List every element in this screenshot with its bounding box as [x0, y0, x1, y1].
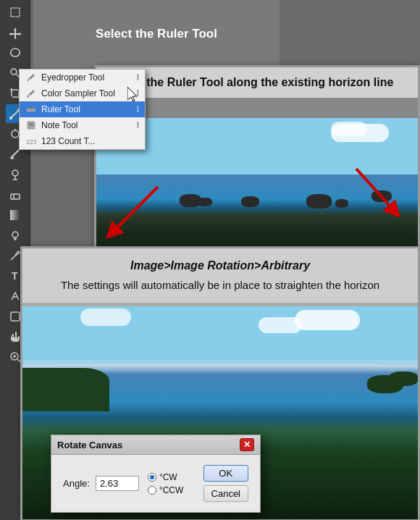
- horizon-instruction-text: Run the Ruler Tool along the existing ho…: [121, 76, 394, 88]
- rotate-canvas-dialog: Rotate Canvas ✕ Angle: °CW °CCW OK Cance…: [51, 435, 261, 513]
- svg-point-20: [12, 232, 18, 238]
- svg-marker-1: [9, 28, 22, 39]
- rock: [306, 194, 332, 209]
- rock: [198, 198, 212, 206]
- lasso-tool[interactable]: [6, 43, 25, 62]
- note-tool-option[interactable]: Note Tool I: [20, 117, 145, 133]
- ruler-tool-option[interactable]: Ruler Tool I: [20, 101, 145, 117]
- svg-text:T: T: [12, 270, 18, 282]
- ccw-radio-button[interactable]: [148, 486, 156, 495]
- tool-context-menu[interactable]: Eyedropper Tool I Color Sampler Tool I R…: [19, 69, 146, 150]
- cloud: [295, 310, 360, 330]
- cancel-button[interactable]: Cancel: [203, 485, 248, 502]
- svg-line-27: [17, 359, 20, 362]
- svg-point-2: [11, 69, 17, 75]
- note-tool-label: Note Tool: [41, 120, 133, 130]
- arrow-left: [107, 180, 172, 248]
- eyedropper-tool-option[interactable]: Eyedropper Tool I: [20, 70, 145, 85]
- eyedropper-shortcut: I: [137, 72, 139, 83]
- ruler-tool-label: Ruler Tool: [41, 104, 133, 114]
- ok-button[interactable]: OK: [203, 465, 248, 482]
- dialog-angle-row: Angle: °CW °CCW OK Cancel: [63, 465, 248, 502]
- move-tool[interactable]: [6, 23, 25, 42]
- svg-rect-19: [10, 210, 20, 220]
- rotation-instruction-line1: Image>Image Rotation>Arbitrary: [37, 257, 403, 274]
- eraser-tool[interactable]: [6, 185, 25, 204]
- rectangular-marquee-tool[interactable]: [6, 3, 25, 22]
- svg-marker-43: [127, 87, 137, 101]
- ccw-radio-item[interactable]: °CCW: [148, 485, 183, 495]
- svg-rect-17: [11, 194, 20, 199]
- count-tool-label: 123 Count T...: [41, 136, 135, 146]
- svg-text:123: 123: [26, 138, 36, 146]
- rotation-instruction-line2: The settings will automatically be in pl…: [37, 277, 403, 294]
- svg-line-30: [28, 78, 29, 81]
- svg-rect-25: [11, 312, 20, 321]
- clone-stamp-tool[interactable]: [6, 165, 25, 184]
- cloud: [259, 317, 302, 333]
- note-icon: [25, 119, 37, 131]
- dialog-buttons: OK Cancel: [203, 465, 248, 502]
- dialog-body: Angle: °CW °CCW OK Cancel: [51, 455, 260, 512]
- svg-point-13: [11, 156, 14, 159]
- eyedropper-icon: [25, 72, 37, 83]
- svg-point-10: [9, 117, 12, 119]
- dialog-title-bar: Rotate Canvas ✕: [51, 435, 260, 455]
- dialog-title: Rotate Canvas: [57, 440, 122, 450]
- count-tool-option[interactable]: 123 123 Count T...: [20, 133, 145, 149]
- svg-rect-0: [11, 8, 20, 17]
- step1-instruction-box: Select the Ruler Tool: [33, 0, 280, 69]
- step1-instruction-text: Select the Ruler Tool: [96, 26, 217, 42]
- angle-label: Angle:: [63, 478, 90, 489]
- color-sampler-icon: [25, 88, 37, 99]
- cloud: [331, 122, 367, 136]
- color-sampler-option[interactable]: Color Sampler Tool I: [20, 85, 145, 101]
- cw-label: °CW: [159, 472, 177, 482]
- ruler-icon: [25, 104, 37, 115]
- cw-radio-button[interactable]: [148, 473, 156, 482]
- water-line: [22, 361, 418, 361]
- gradient-tool[interactable]: [6, 206, 25, 225]
- count-icon: 123: [25, 135, 37, 147]
- svg-line-45: [118, 187, 158, 227]
- rotation-direction-group: °CW °CCW: [148, 472, 183, 495]
- dialog-close-button[interactable]: ✕: [240, 438, 254, 451]
- ruler-tool-shortcut: I: [137, 104, 139, 114]
- rock: [241, 196, 259, 207]
- arrow-right: [342, 162, 407, 230]
- dodge-tool[interactable]: [6, 226, 25, 245]
- svg-line-47: [356, 169, 389, 205]
- land-left: [22, 368, 109, 411]
- water-line: [59, 364, 382, 365]
- cursor-pointer: [127, 87, 139, 106]
- eyedropper-tool-label: Eyedropper Tool: [41, 72, 133, 83]
- svg-point-14: [12, 170, 18, 176]
- angle-input[interactable]: [96, 476, 139, 491]
- rock-large: [389, 372, 418, 386]
- color-sampler-label: Color Sampler Tool: [41, 88, 133, 98]
- cloud: [80, 309, 131, 326]
- cw-radio-item[interactable]: °CW: [148, 472, 183, 482]
- note-tool-shortcut: I: [137, 120, 139, 130]
- ccw-label: °CCW: [159, 485, 183, 495]
- rotation-instruction-overlay: Image>Image Rotation>Arbitrary The setti…: [22, 248, 418, 303]
- svg-point-11: [12, 130, 19, 138]
